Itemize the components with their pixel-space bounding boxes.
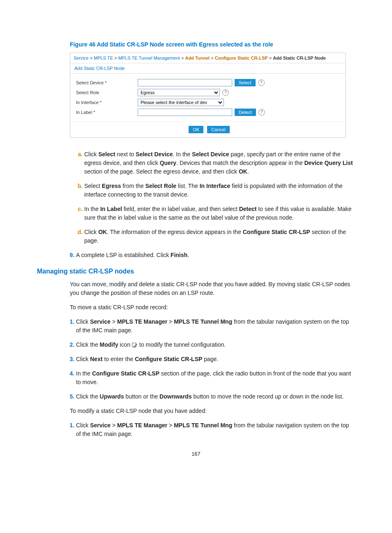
breadcrumb-add-tunnel[interactable]: Add Tunnel	[185, 56, 210, 60]
select-role-dropdown[interactable]: Egress	[138, 89, 220, 96]
in-interface-label: In Interface *	[70, 100, 138, 105]
cancel-button[interactable]: Cancel	[207, 126, 229, 133]
help-icon[interactable]: ?	[258, 79, 265, 86]
move-step-4: In the Configure Static CR-LSP section o…	[76, 369, 355, 387]
select-device-label: Select Device *	[70, 80, 138, 85]
breadcrumb-mplste[interactable]: MPLS TE	[94, 56, 113, 60]
para-modify-intro: To modify a static CR-LSP node that you …	[70, 407, 355, 415]
help-icon[interactable]: ?	[258, 109, 265, 116]
breadcrumb-add-node: Add Static CR-LSP Node	[273, 56, 326, 60]
move-step-1: Click Service > MPLS TE Manager > MPLS T…	[76, 317, 355, 335]
panel-title: Add Static CR-LSP Node	[70, 63, 346, 74]
figure-caption: Figure 46 Add Static CR-LSP Node screen …	[70, 41, 355, 48]
modify-icon	[132, 342, 138, 348]
breadcrumb-config-static[interactable]: Configure Static CR-LSP	[215, 56, 268, 60]
breadcrumb-sep: >	[269, 56, 272, 60]
breadcrumb-sep: >	[90, 56, 92, 60]
in-interface-dropdown[interactable]: Please select the interface of dev	[138, 99, 224, 106]
ok-button[interactable]: OK	[189, 126, 203, 133]
mod-step-1: Click Service > MPLS TE Manager > MPLS T…	[76, 421, 355, 438]
breadcrumb: Service > MPLS TE > MPLS TE Tunnel Manag…	[70, 53, 346, 63]
move-step-5: Click the Upwards button or the Downward…	[76, 392, 355, 401]
screenshot-panel: Service > MPLS TE > MPLS TE Tunnel Manag…	[70, 53, 346, 138]
breadcrumb-sep: >	[211, 56, 213, 60]
para-move-intro: To move a static CR-LSP node record:	[70, 303, 355, 312]
step-c: In the In Label field, enter the in labe…	[84, 205, 355, 222]
breadcrumb-sep: >	[181, 56, 184, 60]
form-area: Select Device * Select ? Select Role Egr…	[70, 74, 346, 121]
help-icon[interactable]: ?	[222, 89, 229, 96]
para-intro: You can move, modify and delete a static…	[70, 280, 355, 297]
select-device-input[interactable]	[138, 79, 232, 86]
in-label-input[interactable]	[138, 109, 232, 116]
in-label-label: In Label *	[70, 110, 138, 115]
breadcrumb-sep: >	[114, 56, 117, 60]
button-bar: OK Cancel	[70, 121, 346, 137]
move-step-2: Click the Modify icon to modify the tunn…	[76, 341, 355, 349]
step-9: A complete LSP is established. Click Fin…	[76, 251, 355, 260]
detect-button[interactable]: Detect	[235, 109, 256, 116]
step-b: Select Egress from the Select Role list.…	[84, 182, 355, 199]
breadcrumb-tunnel-mgmt[interactable]: MPLS TE Tunnel Management	[118, 56, 180, 60]
move-step-3: Click Next to enter the Configure Static…	[76, 355, 355, 364]
step-a: Click Select next to Select Device. In t…	[84, 150, 355, 176]
section-heading: Managing static CR-LSP nodes	[37, 268, 355, 275]
select-role-label: Select Role	[70, 90, 138, 95]
select-button[interactable]: Select	[235, 79, 256, 86]
step-d: Click OK. The information of the egress …	[84, 228, 355, 245]
page-number: 167	[37, 451, 355, 457]
breadcrumb-service[interactable]: Service	[74, 56, 89, 60]
